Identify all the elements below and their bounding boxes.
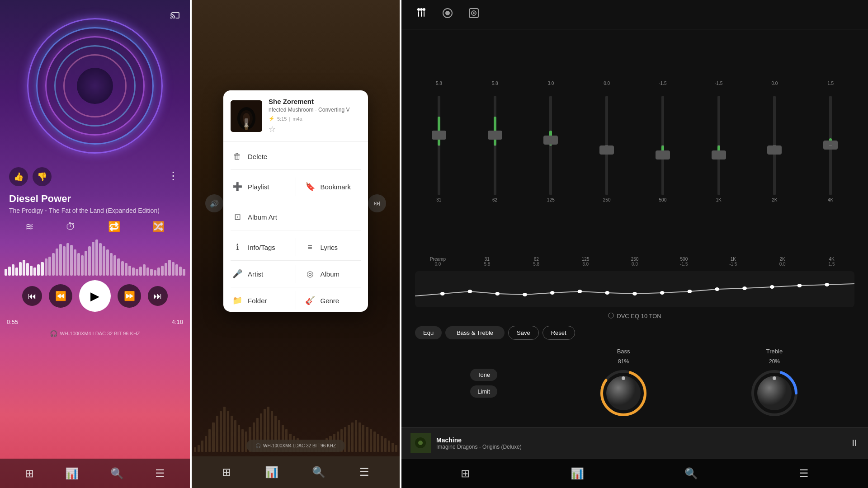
p3-eq-icon[interactable] [415, 7, 428, 22]
folder-menu-item[interactable]: 📁 Folder [223, 289, 296, 312]
nav-menu-icon[interactable]: ☰ [155, 467, 165, 480]
shuffle-icon[interactable]: 🔀 [152, 221, 165, 233]
p2-nav-grid-icon[interactable]: ⊞ [222, 466, 231, 479]
preamp-2k: 2K 0.0 [760, 257, 805, 267]
album-art [23, 14, 167, 158]
p3-pause-button[interactable]: ⏸ [850, 438, 859, 448]
preamp-250: 250 0.0 [612, 257, 658, 267]
p2-bottom-nav: ⊞ 📊 🔍 ☰ [192, 456, 400, 488]
artist-menu-item[interactable]: 🎤 Artist [223, 263, 296, 285]
nav-chart-icon[interactable]: 📊 [65, 467, 79, 480]
svg-point-2 [240, 110, 253, 127]
info-tags-menu-item[interactable]: ℹ Info/Tags [223, 236, 296, 258]
track-artist: The Prodigy - The Fat of the Land (Expan… [9, 207, 181, 214]
svg-rect-13 [421, 11, 422, 17]
lyrics-menu-item[interactable]: ≡ Lyrics [296, 236, 368, 258]
p3-dot-icon[interactable] [441, 7, 454, 22]
equ-button[interactable]: Equ [415, 326, 442, 339]
time-current: 0:55 [7, 319, 18, 325]
controls-row: ≋ ⏱ 🔁 🔀 [0, 221, 190, 233]
svg-point-37 [606, 376, 641, 410]
delete-menu-item[interactable]: 🗑 Delete [223, 145, 368, 168]
bookmark-menu-item[interactable]: 🔖 Bookmark [296, 175, 368, 198]
svg-rect-6 [245, 124, 247, 127]
favorite-star-icon[interactable]: ☆ [269, 124, 361, 134]
p3-track-artist: Imagine Dragons - Origins (Deluxe) [436, 444, 844, 450]
tone-button[interactable]: Tone [470, 369, 497, 381]
svg-point-26 [605, 291, 609, 295]
bass-knob[interactable] [599, 368, 648, 418]
volume-button[interactable]: 🔊 [205, 194, 223, 212]
play-button[interactable]: ▶ [79, 280, 111, 312]
album-menu-item[interactable]: ◎ Album [296, 263, 368, 285]
svg-point-24 [550, 291, 555, 295]
thumb-down-button[interactable]: 👎 [33, 167, 52, 186]
eq-band-1K[interactable]: -1.5 1K [693, 81, 745, 207]
p2-nav-chart-icon[interactable]: 📊 [265, 466, 278, 479]
svg-point-16 [445, 11, 450, 15]
rewind-button[interactable]: ⏪ [49, 284, 72, 308]
eq-band-62[interactable]: 5.8 62 [469, 81, 521, 207]
eq-band-4K[interactable]: 1.5 4K [804, 81, 857, 207]
p3-nav-grid-icon[interactable]: ⊞ [461, 467, 470, 480]
treble-value: 20% [769, 358, 780, 365]
svg-point-42 [773, 376, 776, 380]
eq-band-31[interactable]: 5.8 31 [413, 81, 465, 207]
skip-forward-far-button[interactable]: ⏭ [148, 286, 168, 306]
eq-band-500[interactable]: -1.5 500 [637, 81, 689, 207]
p3-nav-search-icon[interactable]: 🔍 [684, 467, 698, 480]
bass-label: Bass [617, 348, 630, 355]
p3-nav-menu-icon[interactable]: ☰ [799, 467, 809, 480]
svg-point-10 [420, 8, 423, 11]
time-total: 4:18 [172, 319, 183, 325]
nav-grid-icon[interactable]: ⊞ [25, 467, 34, 480]
lyrics-icon: ≡ [305, 243, 315, 252]
bottom-nav: ⊞ 📊 🔍 ☰ [0, 459, 190, 488]
p3-eq-sliders: 5.8 31 5.8 62 3.0 [410, 34, 859, 254]
like-buttons-row: 👍 👎 ⋮ [0, 167, 190, 186]
bass-treble-button[interactable]: Bass & Treble [445, 326, 505, 339]
next-track-button[interactable]: ⏭ [368, 194, 386, 212]
context-menu-album-art [231, 100, 262, 132]
p3-surround-icon[interactable] [467, 7, 480, 22]
limit-button[interactable]: Limit [470, 385, 497, 398]
p3-album-thumb [410, 433, 431, 453]
p2-nav-search-icon[interactable]: 🔍 [312, 466, 326, 479]
artist-album-row: 🎤 Artist ◎ Album [223, 263, 368, 285]
divider-after-albumart [231, 230, 361, 230]
genre-menu-item[interactable]: 🎸 Genre [296, 289, 368, 312]
reset-button[interactable]: Reset [542, 326, 575, 340]
p3-bass-treble-section: Tone Limit Bass 81% [410, 343, 859, 422]
info-icon: ℹ [232, 242, 242, 252]
panel-context-menu: (function() { const h2 = [10,15,25,35,50… [192, 0, 400, 488]
forward-button[interactable]: ⏩ [118, 284, 141, 308]
album-art-section: ⊡ Album Art [223, 202, 368, 236]
skip-back-far-button[interactable]: ⏮ [22, 286, 42, 306]
playlist-menu-item[interactable]: ➕ Playlist [223, 175, 296, 198]
svg-point-30 [715, 287, 719, 291]
cast-button[interactable] [170, 9, 181, 23]
waveform-icon[interactable]: ≋ [25, 221, 33, 233]
time-display: 0:55 4:18 [0, 319, 190, 325]
svg-point-28 [660, 291, 665, 295]
more-options-button[interactable]: ⋮ [165, 167, 181, 186]
eq-band-125[interactable]: 3.0 125 [525, 81, 577, 207]
svg-point-3 [243, 113, 250, 124]
eq-band-250[interactable]: 0.0 250 [580, 81, 633, 207]
waveform-display: (function() { const heights = [15,20,25,… [0, 239, 190, 276]
eq-band-2K[interactable]: 0.0 2K [749, 81, 801, 207]
save-button[interactable]: Save [508, 326, 539, 340]
treble-knob[interactable] [750, 368, 799, 418]
album-art-menu-item[interactable]: ⊡ Album Art [223, 206, 368, 228]
p3-track-title: Machine [436, 436, 844, 444]
p3-nav-chart-icon[interactable]: 📊 [571, 467, 584, 480]
thumb-up-button[interactable]: 👍 [9, 167, 28, 186]
preamp-500: 500 -1.5 [661, 257, 707, 267]
nav-search-icon[interactable]: 🔍 [110, 467, 124, 480]
clock-icon[interactable]: ⏱ [66, 221, 75, 233]
preamp-125: 125 3.0 [563, 257, 609, 267]
repeat-icon[interactable]: 🔁 [108, 221, 120, 233]
p2-nav-menu-icon[interactable]: ☰ [359, 466, 369, 479]
album-art-icon: ⊡ [232, 212, 242, 222]
divider-row5 [231, 287, 361, 287]
